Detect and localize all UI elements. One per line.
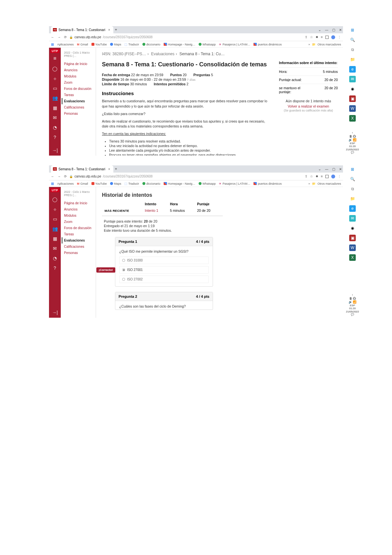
inbox-icon[interactable]: ✉ xyxy=(53,246,57,251)
retake-quiz-link[interactable]: Volver a realizar el examen xyxy=(279,104,338,108)
groups-icon[interactable]: 👥 xyxy=(52,226,58,231)
file-explorer-icon[interactable]: 📁 xyxy=(349,56,356,63)
dashboard-icon[interactable]: ⟐ xyxy=(54,76,56,81)
window-maximize-icon[interactable]: ▢ xyxy=(332,28,335,32)
coursemenu-home[interactable]: Página de Inicio xyxy=(64,200,96,206)
chrome-icon[interactable]: ◉ xyxy=(349,225,356,231)
nav-reload-icon[interactable]: ⟳ xyxy=(64,175,67,178)
url-field[interactable]: 🔒 canvas.utp.edu.pe/courses/283167/quizz… xyxy=(69,35,302,39)
bookmark-item[interactable]: diccionario xyxy=(142,182,160,185)
browser-tab[interactable]: utp Semana 8 - Tema 1: Cuestionari × xyxy=(51,165,113,173)
app-icon-1[interactable]: ▣ xyxy=(349,95,356,102)
nav-forward-icon[interactable]: → xyxy=(57,175,61,178)
url-field[interactable]: 🔒 canvas.utp.edu.pe/courses/283167/quizz… xyxy=(69,175,302,178)
bookmark-overflow[interactable]: » xyxy=(308,43,310,46)
edge-icon[interactable]: e xyxy=(349,205,356,212)
keyboard-lang[interactable]: ESP xyxy=(346,142,359,145)
courses-icon[interactable]: ▭ xyxy=(53,86,57,91)
bookmark-item[interactable]: ⬚Traducir xyxy=(124,43,139,46)
coursemenu-calificaciones[interactable]: Calificaciones xyxy=(64,104,96,110)
bookmark-item[interactable]: YouTube xyxy=(91,182,107,185)
calendar-icon[interactable]: ▦ xyxy=(53,236,57,241)
window-maximize-icon[interactable]: ▢ xyxy=(332,167,335,171)
other-bookmarks[interactable]: Otros marcadores xyxy=(318,182,341,185)
other-bookmarks[interactable]: Otros marcadores xyxy=(318,43,341,46)
help-icon[interactable]: ? xyxy=(54,135,56,140)
file-explorer-icon[interactable]: 📁 xyxy=(349,195,356,202)
history-icon[interactable]: ◔ xyxy=(53,125,57,130)
apps-shortcut-icon[interactable]: ▦ xyxy=(51,42,54,46)
nav-back-icon[interactable]: ← xyxy=(51,175,54,178)
utp-logo[interactable]: UTP xyxy=(50,49,59,53)
browser-tab[interactable]: utp Semana 8 - Tema 1: Cuestionari × xyxy=(51,26,113,33)
breadcrumb-course[interactable]: I45N: 38280-|FISE--PS… xyxy=(102,52,146,56)
attempt-link[interactable]: Intento 1 xyxy=(142,207,167,214)
chrome-menu-icon[interactable]: ⋮ xyxy=(338,35,341,39)
utp-logo[interactable]: UTP xyxy=(50,188,59,192)
bookmark-item[interactable]: MGmail xyxy=(77,43,88,46)
bookmark-item[interactable]: Maps xyxy=(110,182,121,185)
apps-shortcut[interactable]: Aplicaciones xyxy=(57,43,74,46)
word-icon[interactable]: W xyxy=(349,244,356,251)
coursemenu-personas[interactable]: Personas xyxy=(64,250,96,256)
extensions-icon[interactable]: ✸ xyxy=(316,35,318,39)
coursemenu-calificaciones[interactable]: Calificaciones xyxy=(64,244,96,250)
task-view-icon[interactable]: ⧉ xyxy=(349,186,356,192)
windows-start-icon[interactable]: ⊞ xyxy=(349,27,356,33)
notifications-icon[interactable]: 💬 xyxy=(346,151,359,154)
bookmark-item[interactable]: puertos dinámicos xyxy=(253,43,282,46)
task-view-icon[interactable]: ⧉ xyxy=(349,46,356,53)
windows-start-icon[interactable]: ⊞ xyxy=(349,166,356,173)
history-icon[interactable]: ◔ xyxy=(53,256,57,261)
bookmark-overflow[interactable]: » xyxy=(308,182,310,185)
window-close-icon[interactable]: ✕ xyxy=(339,167,342,171)
bookmark-item[interactable]: diccionario xyxy=(142,43,160,46)
tab-close-icon[interactable]: × xyxy=(108,28,110,32)
courses-icon[interactable]: ▭ xyxy=(53,216,57,222)
search-icon[interactable]: 🔍 xyxy=(349,176,356,182)
keyboard-lang[interactable]: ESP xyxy=(346,304,359,307)
edge-icon[interactable]: e xyxy=(349,66,356,73)
bookmark-item[interactable]: ✈Pasajeros | LATAM… xyxy=(219,43,250,46)
expand-tray-icon[interactable]: ‹ xyxy=(346,293,359,297)
coursemenu-modulos[interactable]: Módulos xyxy=(64,212,96,219)
window-close-icon[interactable]: ✕ xyxy=(339,28,342,32)
breadcrumb-section[interactable]: Evaluaciones xyxy=(151,52,174,56)
star-icon[interactable]: ☆ xyxy=(310,35,313,39)
hamburger-icon[interactable]: ≡ xyxy=(53,56,56,61)
expand-tray-icon[interactable]: ‹ xyxy=(346,131,359,135)
chevron-down-icon[interactable]: ⌄ xyxy=(318,167,321,171)
bookmark-item[interactable]: Whatsapp xyxy=(199,43,216,46)
account-icon[interactable]: ◯ xyxy=(52,197,57,202)
help-icon[interactable]: ? xyxy=(54,265,56,271)
calendar-icon[interactable]: ▦ xyxy=(53,105,57,110)
app-icon-1[interactable]: ▣ xyxy=(349,235,356,241)
clock-time[interactable]: 01:20 xyxy=(346,145,359,148)
bookmark-item[interactable]: Whatsapp xyxy=(199,182,216,185)
excel-icon[interactable]: X xyxy=(349,115,356,122)
bookmark-item[interactable]: YouTube xyxy=(91,43,107,46)
nav-reload-icon[interactable]: ⟳ xyxy=(64,35,67,39)
new-tab-button[interactable]: + xyxy=(113,167,119,171)
groups-icon[interactable]: 👥 xyxy=(52,95,58,101)
tray-icons[interactable]: 🗑 ⏻🔊 📶 xyxy=(346,135,359,142)
bookmark-item[interactable]: MGmail xyxy=(77,182,88,185)
coursemenu-anuncios[interactable]: Anuncios xyxy=(64,67,96,73)
star-icon[interactable]: ☆ xyxy=(310,175,313,178)
coursemenu-foros[interactable]: Foros de discusión xyxy=(64,86,96,92)
dashboard-icon[interactable]: ⟐ xyxy=(54,207,56,212)
coursemenu-zoom[interactable]: Zoom xyxy=(64,219,96,225)
chevron-down-icon[interactable]: ⌄ xyxy=(318,28,321,32)
coursemenu-tareas[interactable]: Tareas xyxy=(64,92,96,98)
collapse-rail-icon[interactable]: →| xyxy=(52,310,58,315)
install-icon[interactable] xyxy=(325,175,329,178)
nav-back-icon[interactable]: ← xyxy=(51,35,54,39)
coursemenu-tareas[interactable]: Tareas xyxy=(64,231,96,237)
search-icon[interactable]: 🔍 xyxy=(349,37,356,43)
new-tab-button[interactable]: + xyxy=(113,27,119,32)
coursemenu-evaluaciones[interactable]: Evaluaciones xyxy=(62,237,96,244)
install-icon[interactable] xyxy=(325,36,329,39)
reading-list-icon[interactable]: ≡ xyxy=(321,35,323,39)
window-minimize-icon[interactable]: — xyxy=(325,167,328,171)
bookmark-item[interactable]: Homepage - Navig… xyxy=(164,43,195,46)
